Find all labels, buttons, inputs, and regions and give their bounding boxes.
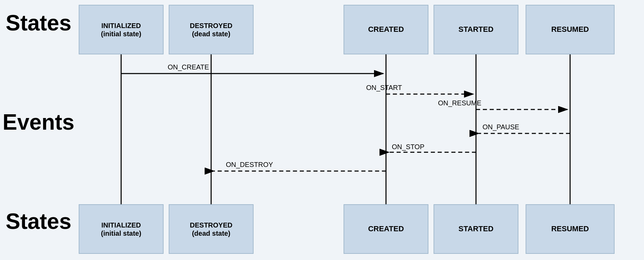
event-on-destroy: ON_DESTROY xyxy=(226,161,273,169)
diagram-svg xyxy=(0,0,644,260)
event-on-resume: ON_RESUME xyxy=(438,99,481,107)
event-on-start: ON_START xyxy=(366,84,402,92)
event-on-stop: ON_STOP xyxy=(392,143,424,151)
event-on-create: ON_CREATE xyxy=(168,63,209,71)
event-on-pause: ON_PAUSE xyxy=(482,123,519,131)
diagram-container: States States Events INITIALIZED (initia… xyxy=(0,0,644,260)
